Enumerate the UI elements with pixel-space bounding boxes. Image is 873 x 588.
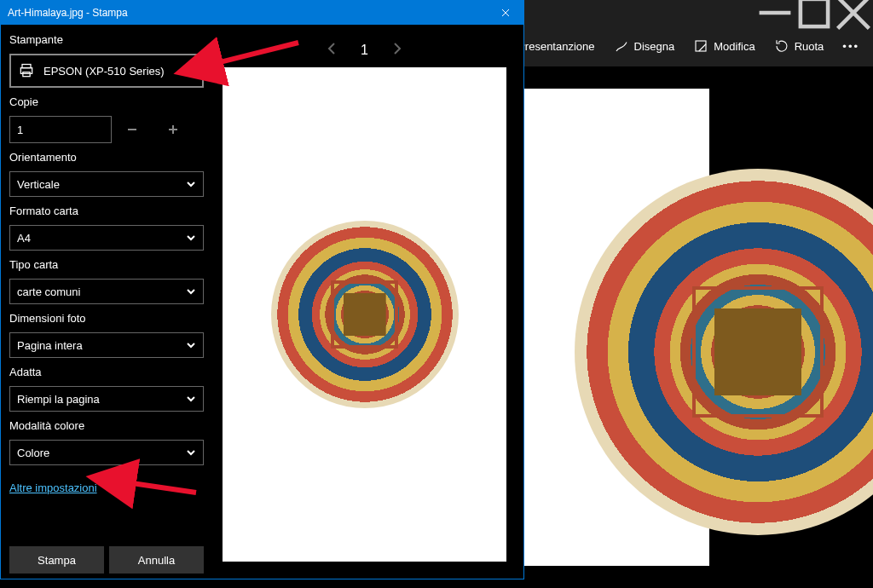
- svg-rect-11: [22, 65, 31, 68]
- rotate-icon: [774, 38, 789, 54]
- printer-select[interactable]: EPSON (XP-510 Series): [9, 54, 204, 88]
- printer-label: Stampante: [9, 33, 204, 46]
- print-dialog-titlebar: Art-Himalaya.jpg - Stampa: [1, 1, 523, 25]
- svg-rect-13: [23, 72, 30, 77]
- paper-size-select[interactable]: A4: [9, 225, 204, 251]
- paper-type-select[interactable]: carte comuni: [9, 279, 204, 304]
- toolbar-more[interactable]: •••: [837, 37, 864, 56]
- print-dialog-title: Art-Himalaya.jpg - Stampa: [8, 7, 128, 19]
- edit-icon: [693, 38, 708, 54]
- print-dialog: Art-Himalaya.jpg - Stampa Stampante EPSO…: [0, 0, 524, 579]
- toolbar-rotate-label: Ruota: [795, 40, 824, 53]
- color-mode-label: Modalità colore: [9, 419, 204, 432]
- preview-page: [223, 67, 506, 562]
- photo-size-label: Dimensioni foto: [9, 312, 204, 325]
- print-dialog-close-button[interactable]: [493, 1, 518, 25]
- next-page-button[interactable]: [392, 42, 402, 59]
- chevron-down-icon: [186, 286, 196, 297]
- paper-type-value: carte comuni: [17, 285, 80, 298]
- print-button[interactable]: Stampa: [9, 546, 104, 574]
- chevron-down-icon: [186, 447, 196, 458]
- page-number: 1: [361, 43, 368, 58]
- toolbar-slideshow-label: Presentanzione: [517, 40, 594, 53]
- chevron-down-icon: [186, 340, 196, 350]
- copies-decrement-button[interactable]: [112, 116, 153, 143]
- toolbar-rotate[interactable]: Ruota: [769, 35, 830, 57]
- window-maximize-button[interactable]: [795, 0, 834, 26]
- orientation-label: Orientamento: [9, 151, 204, 164]
- fit-select[interactable]: Riempi la pagina: [9, 386, 204, 412]
- printer-value: EPSON (XP-510 Series): [43, 65, 165, 78]
- chevron-down-icon: [186, 179, 196, 189]
- artwork-mandala-preview: [271, 221, 459, 408]
- more-settings-link[interactable]: Altre impostazioni: [9, 481, 204, 494]
- svg-rect-1: [801, 0, 828, 26]
- window-minimize-button[interactable]: [755, 0, 795, 26]
- print-settings-panel: Stampante EPSON (XP-510 Series) Copie 1 …: [1, 25, 212, 579]
- paper-size-label: Formato carta: [9, 205, 204, 217]
- printer-icon: [18, 62, 35, 79]
- photo-size-value: Pagina intera: [17, 339, 83, 352]
- copies-input[interactable]: 1: [9, 116, 112, 143]
- fit-label: Adatta: [9, 366, 204, 378]
- artwork-mandala-large: [575, 169, 873, 535]
- chevron-down-icon: [186, 233, 196, 243]
- fit-value: Riempi la pagina: [17, 393, 100, 406]
- page-navigator: 1: [217, 33, 512, 67]
- color-mode-value: Colore: [17, 447, 49, 459]
- draw-icon: [614, 38, 629, 54]
- window-close-button[interactable]: [834, 0, 873, 26]
- copies-stepper: 1: [9, 116, 204, 143]
- toolbar-draw-label: Disegna: [634, 40, 675, 53]
- toolbar-edit-label: Modifica: [714, 40, 754, 53]
- chevron-down-icon: [185, 66, 195, 76]
- copies-increment-button[interactable]: [153, 116, 194, 143]
- color-mode-select[interactable]: Colore: [9, 440, 204, 465]
- photo-size-select[interactable]: Pagina intera: [9, 332, 204, 358]
- toolbar-draw[interactable]: Disegna: [609, 35, 680, 57]
- prev-page-button[interactable]: [327, 42, 337, 59]
- orientation-value: Verticale: [17, 178, 60, 191]
- copies-label: Copie: [9, 95, 204, 108]
- chevron-down-icon: [186, 394, 196, 404]
- print-preview-panel: 1: [212, 25, 523, 579]
- cancel-button[interactable]: Annulla: [109, 546, 204, 574]
- more-icon: •••: [842, 40, 859, 53]
- toolbar-edit[interactable]: Modifica: [688, 35, 760, 57]
- paper-size-value: A4: [17, 232, 31, 245]
- orientation-select[interactable]: Verticale: [9, 171, 204, 197]
- paper-type-label: Tipo carta: [9, 258, 204, 271]
